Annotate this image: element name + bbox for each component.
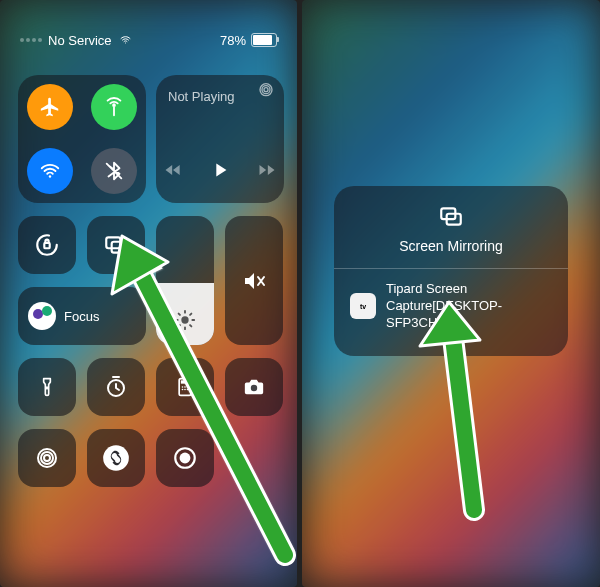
airplane-mode-button[interactable] — [18, 75, 82, 139]
mirroring-device-row[interactable]: tv Tipard Screen Capture[DESKTOP-SFP3CHJ… — [334, 269, 568, 344]
media-title: Not Playing — [168, 89, 272, 104]
device-label: Tipard Screen Capture[DESKTOP-SFP3CHJ] — [386, 281, 552, 332]
svg-point-1 — [264, 88, 268, 92]
screen-mirroring-button[interactable] — [87, 216, 145, 274]
battery-icon — [251, 33, 277, 47]
bluetooth-off-icon — [91, 148, 137, 194]
screen-mirroring-title: Screen Mirroring — [334, 238, 568, 254]
timer-icon — [104, 375, 128, 399]
wifi-button[interactable] — [18, 139, 82, 203]
play-icon[interactable] — [209, 159, 231, 181]
svg-point-4 — [37, 235, 57, 255]
antenna-icon — [91, 84, 137, 130]
svg-point-20 — [41, 452, 53, 464]
shazam-button[interactable] — [87, 429, 145, 487]
svg-point-18 — [251, 385, 257, 391]
hearing-button[interactable] — [18, 429, 76, 487]
wifi-status-icon — [118, 34, 133, 46]
service-label: No Service — [48, 33, 112, 48]
brightness-slider[interactable] — [156, 216, 214, 345]
focus-icon — [28, 302, 56, 330]
battery-percent: 78% — [220, 33, 246, 48]
camera-icon — [242, 376, 266, 398]
wifi-icon — [27, 148, 73, 194]
forward-icon[interactable] — [257, 160, 277, 180]
flashlight-button[interactable] — [18, 358, 76, 416]
screen-mirroring-panel: Screen Mirroring tv Tipard Screen Captur… — [334, 186, 568, 356]
airplane-icon — [27, 84, 73, 130]
connectivity-panel[interactable] — [18, 75, 146, 203]
hearing-icon — [35, 446, 59, 470]
shazam-icon — [102, 444, 130, 472]
svg-point-16 — [184, 389, 186, 391]
calculator-button[interactable] — [156, 358, 214, 416]
svg-point-15 — [182, 389, 184, 391]
svg-rect-11 — [181, 380, 189, 383]
apple-tv-icon: tv — [350, 293, 376, 319]
control-center-screenshot: No Service 78% — [0, 0, 297, 587]
signal-dots-icon — [20, 38, 42, 42]
record-icon — [172, 445, 198, 471]
calculator-icon — [175, 375, 195, 399]
svg-point-14 — [187, 386, 189, 388]
volume-slider[interactable] — [225, 216, 283, 345]
svg-point-8 — [181, 316, 188, 323]
svg-point-0 — [49, 175, 51, 177]
svg-point-17 — [187, 389, 189, 391]
flashlight-icon — [37, 374, 57, 400]
screen-mirroring-icon — [436, 204, 466, 230]
cellular-data-button[interactable] — [82, 75, 146, 139]
mute-icon — [242, 269, 266, 293]
battery-indicator: 78% — [220, 33, 277, 48]
screen-mirroring-icon — [103, 232, 129, 258]
rewind-icon[interactable] — [163, 160, 183, 180]
airplay-audio-icon — [258, 83, 274, 99]
svg-point-13 — [184, 386, 186, 388]
svg-point-19 — [44, 455, 50, 461]
screen-record-button[interactable] — [156, 429, 214, 487]
focus-label: Focus — [64, 309, 99, 324]
bluetooth-button[interactable] — [82, 139, 146, 203]
screen-mirroring-screenshot: Screen Mirroring tv Tipard Screen Captur… — [302, 0, 600, 587]
camera-button[interactable] — [225, 358, 283, 416]
svg-point-24 — [180, 453, 191, 464]
focus-button[interactable]: Focus — [18, 287, 146, 345]
status-bar: No Service 78% — [0, 28, 297, 52]
orientation-lock-icon — [34, 232, 60, 258]
svg-point-22 — [103, 445, 129, 471]
brightness-icon — [174, 309, 196, 331]
media-panel[interactable]: Not Playing — [156, 75, 284, 203]
svg-point-2 — [262, 86, 270, 94]
svg-point-12 — [182, 386, 184, 388]
timer-button[interactable] — [87, 358, 145, 416]
orientation-lock-button[interactable] — [18, 216, 76, 274]
